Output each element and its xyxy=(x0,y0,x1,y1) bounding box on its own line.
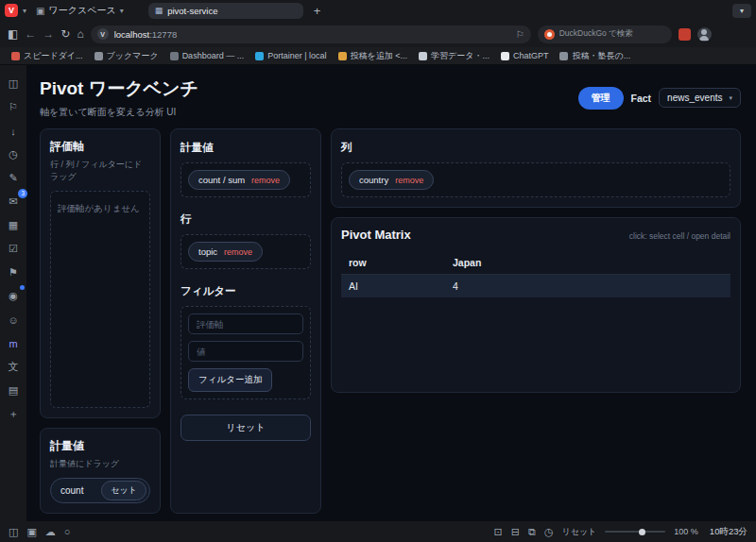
new-tab-button[interactable]: + xyxy=(314,4,321,18)
bookmark-item[interactable]: Dashboard — ... xyxy=(164,51,250,60)
set-button[interactable]: セット xyxy=(101,481,146,500)
capture-icon[interactable]: ⊡ xyxy=(494,527,503,537)
rail-calendar-icon[interactable]: ▦ xyxy=(4,216,23,234)
dimension-column: 評価軸 行 / 列 / フィルターにドラッグ 評価軸がありません 計量値 計量値… xyxy=(40,128,161,514)
status-bar: ◫ ▣ ☁ ○ ⊡ ⊟ ⧉ ◷ リセット 100 % 10時23分 xyxy=(0,521,756,542)
measure-pill-label: count xyxy=(60,485,83,496)
zoom-slider-thumb[interactable] xyxy=(639,529,645,535)
rail-webpanel2-icon[interactable]: ▤ xyxy=(4,381,23,399)
panel-rail: ◫ ⚐ ↓ ◷ ✎ ✉3 ▦ ☑ ⚑ ◉ ☺ m 文 ▤ ＋ xyxy=(0,65,26,521)
rows-dropzone[interactable]: topicremove xyxy=(180,234,311,269)
bookmark-favicon xyxy=(11,52,20,60)
measure-hint: 計量値にドラッグ xyxy=(50,458,150,470)
bookmark-favicon xyxy=(338,52,347,60)
rail-contacts-icon[interactable]: ☺ xyxy=(4,311,23,329)
bookmark-item[interactable]: ブックマーク xyxy=(89,50,164,62)
bookmark-item[interactable]: Portainer | local xyxy=(249,51,332,60)
rail-translate-panel-icon[interactable]: 文 xyxy=(4,358,23,376)
rail-webpanel-icon[interactable]: ◉ xyxy=(4,287,23,305)
admin-button[interactable]: 管理 xyxy=(578,87,624,110)
rail-mail-icon[interactable]: ✉3 xyxy=(4,193,23,211)
rail-add-webpanel-icon[interactable]: ＋ xyxy=(4,405,23,423)
column-chip[interactable]: countryremove xyxy=(349,170,434,190)
search-field[interactable]: DuckDuckGo で検索 xyxy=(538,25,672,43)
url-port: :12778 xyxy=(149,29,177,40)
workspace-label: ワークスペース xyxy=(48,4,115,17)
measures-dropzone[interactable]: count / sumremove xyxy=(180,162,311,197)
statusbar-sync-icon[interactable]: ☁ xyxy=(45,527,56,537)
tab-pivot-service[interactable]: ▦ pivot-service xyxy=(148,3,303,19)
rail-mastodon-panel-icon[interactable]: m xyxy=(4,334,23,352)
break-mode-icon[interactable]: ⊟ xyxy=(511,527,520,537)
tiling-icon[interactable]: ⧉ xyxy=(528,527,536,537)
rail-tasks-icon[interactable]: ☑ xyxy=(4,240,23,258)
browser-window: V ▾ ▣ ワークスペース ▾ ▦ pivot-service + ▾ ◧ ← … xyxy=(0,0,756,542)
bookmark-item[interactable]: 学習データ・... xyxy=(413,50,495,62)
pivot-col-header-japan[interactable]: Japan xyxy=(445,251,730,274)
ublock-extension-icon[interactable] xyxy=(679,28,691,41)
pivot-data-row[interactable]: AI 4 xyxy=(341,275,730,297)
bookmark-item[interactable]: 投稿・塾長の... xyxy=(554,50,636,62)
rail-feeds-icon[interactable]: ⚑ xyxy=(4,263,23,281)
remove-link[interactable]: remove xyxy=(224,247,252,257)
notification-dot xyxy=(20,285,25,290)
add-filter-button[interactable]: フィルター追加 xyxy=(188,368,272,392)
rail-bookmarks-icon[interactable]: ⚐ xyxy=(4,98,23,116)
config-panel: 計量値 count / sumremove 行 topicremove フィルタ… xyxy=(170,128,321,514)
matrix-header: Pivot Matrix click: select cell / open d… xyxy=(341,228,730,242)
pivot-row-label[interactable]: AI xyxy=(341,275,445,297)
rail-history-icon[interactable]: ◷ xyxy=(4,145,23,163)
icon-glyph: ☑ xyxy=(9,243,18,255)
address-bar[interactable]: V localhost:12778 ⚐ xyxy=(91,25,531,43)
fact-select[interactable]: news_events ▾ xyxy=(659,88,741,108)
bookmark-label: Dashboard — ... xyxy=(182,51,245,60)
rail-panel-toggle-icon[interactable]: ◫ xyxy=(4,75,23,93)
reset-button[interactable]: リセット xyxy=(180,415,311,441)
statusbar-page-actions-icon[interactable]: ○ xyxy=(64,527,71,537)
dims-dropzone[interactable]: 評価軸がありません xyxy=(50,191,150,408)
panel-toggle-icon[interactable]: ◧ xyxy=(8,28,18,40)
bookmark-flag-icon[interactable]: ⚐ xyxy=(516,29,524,40)
row-chip[interactable]: topicremove xyxy=(188,242,263,262)
bookmark-item[interactable]: スピードダイ... xyxy=(6,50,89,62)
statusbar-panel-toggle-icon[interactable]: ◫ xyxy=(9,527,18,537)
site-info-icon[interactable]: V xyxy=(97,28,109,40)
home-icon[interactable]: ⌂ xyxy=(77,28,83,40)
statusbar-images-toggle-icon[interactable]: ▣ xyxy=(26,527,36,537)
remove-link[interactable]: remove xyxy=(395,176,423,185)
measure-title: 計量値 xyxy=(50,438,150,454)
matrix-hint: click: select cell / open detail xyxy=(629,231,730,241)
page-subtitle: 軸を置いて断面を変える分析 UI xyxy=(40,106,198,119)
columns-dropzone[interactable]: countryremove xyxy=(341,162,730,197)
workspace-switcher[interactable]: ▣ ワークスペース ▾ xyxy=(31,2,129,19)
dims-panel: 評価軸 行 / 列 / フィルターにドラッグ 評価軸がありません xyxy=(40,128,161,418)
pivot-cell-value[interactable]: 4 xyxy=(445,275,730,297)
zoom-reset-label[interactable]: リセット xyxy=(561,526,596,538)
remove-link[interactable]: remove xyxy=(251,176,280,185)
reload-icon[interactable]: ↻ xyxy=(60,28,70,40)
rail-downloads-icon[interactable]: ↓ xyxy=(4,122,23,140)
rows-section-title: 行 xyxy=(180,212,311,227)
forward-icon[interactable]: → xyxy=(43,28,54,40)
workspace-icon: ▣ xyxy=(36,6,44,16)
filter-dim-input[interactable] xyxy=(188,313,303,334)
zoom-slider[interactable] xyxy=(605,531,665,533)
clock-icon[interactable]: ◷ xyxy=(544,527,554,537)
icon-glyph: ⚑ xyxy=(9,266,18,279)
bookmark-item[interactable]: 投稿を追加 <... xyxy=(333,50,413,62)
filter-value-input[interactable] xyxy=(188,341,303,362)
vivaldi-logo-icon[interactable]: V xyxy=(5,4,18,17)
chip-label: count / sum xyxy=(198,175,245,185)
chevron-down-icon: ▾ xyxy=(120,7,124,15)
back-icon[interactable]: ← xyxy=(25,28,36,40)
measure-chip[interactable]: count / sumremove xyxy=(188,170,290,190)
profile-avatar[interactable] xyxy=(697,27,712,42)
vivaldi-menu-chevron-icon[interactable]: ▾ xyxy=(23,7,26,15)
icon-glyph: ✉ xyxy=(9,195,17,208)
rail-notes-icon[interactable]: ✎ xyxy=(4,169,23,187)
window-menu-button[interactable]: ▾ xyxy=(732,4,751,18)
bookmark-item[interactable]: ChatGPT xyxy=(495,51,555,60)
measure-pill[interactable]: count セット xyxy=(50,478,150,503)
bookmark-favicon xyxy=(419,52,427,60)
chip-label: country xyxy=(359,175,388,185)
